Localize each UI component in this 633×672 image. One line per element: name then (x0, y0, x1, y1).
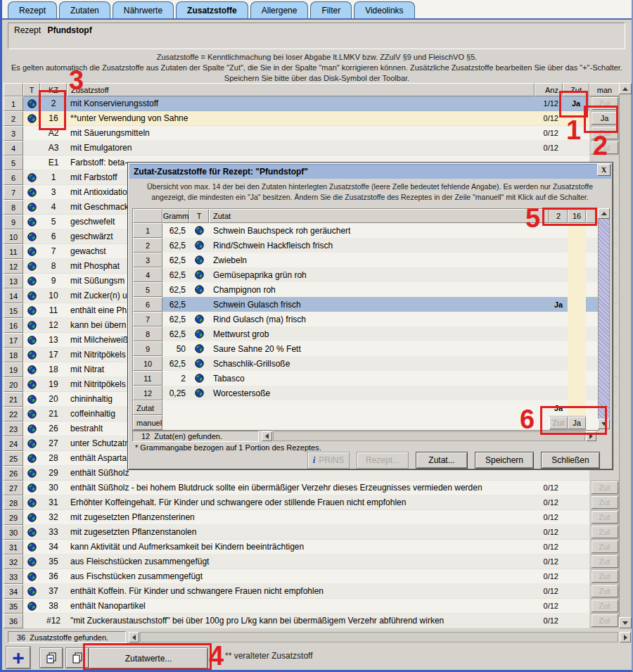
main-horizontal-scrollbar[interactable] (140, 632, 618, 642)
copy-empty-button[interactable] (66, 648, 89, 668)
dialog-table-row[interactable]: 462,5Gemüsepaprika grün roh (133, 267, 599, 282)
main-header-kz[interactable]: KZ (40, 83, 67, 96)
zut-cell (563, 554, 589, 569)
man-toggle-button[interactable]: Zut (592, 614, 618, 627)
dialog-hscroll-left-button[interactable] (262, 431, 272, 441)
table-row[interactable]: 3336aus Fischstücken zusammengefügt0/12Z… (4, 569, 620, 584)
man-toggle-button[interactable]: Zut (592, 127, 618, 139)
table-row[interactable]: 3538enthält Nanopartikel0/12Zut (4, 599, 620, 614)
dialog-header-16[interactable]: 16 (568, 209, 586, 223)
manuell-toggle-16-button[interactable]: Ja (568, 417, 586, 429)
anz-cell: 0/12 (535, 614, 563, 628)
main-header-num[interactable] (4, 83, 23, 96)
t-cell (23, 569, 40, 584)
zutatwerte-button[interactable]: Zutatwerte... (89, 648, 207, 668)
dialog-table-row[interactable]: 262,5Rind/Schwein Hackfleisch frisch (133, 238, 599, 253)
main-header-t[interactable]: T (23, 83, 40, 96)
anz-cell: 0/12 (535, 481, 563, 495)
dialog-table-row[interactable]: 762,5Rind Gulasch (ma) frisch (133, 312, 599, 327)
man-toggle-button[interactable]: Zut (592, 526, 618, 538)
tab-zusatzstoffe[interactable]: Zusatzstoffe (176, 1, 248, 19)
dialog-table: GrammTZutat216162,5Schwein Bauchspeck ro… (132, 208, 599, 431)
table-row[interactable]: 3A2mit Säuerungsmitteln0/12Zut (4, 126, 620, 141)
tab-rezept[interactable]: Rezept (8, 1, 57, 19)
man-toggle-button[interactable]: Zut (592, 600, 618, 612)
scroll-down-button[interactable] (619, 617, 632, 628)
add-zusatzstoff-button[interactable]: + (6, 647, 30, 668)
dialog-header-fill[interactable] (586, 209, 599, 223)
dialog-scroll-down-button[interactable] (598, 419, 610, 429)
dialog-table-row[interactable]: 950Saure Sahne 20 % Fett (133, 341, 599, 356)
main-header-anz[interactable]: Anz (535, 83, 563, 96)
table-row[interactable]: 2831Erhöhter Koffeingehalt. Für Kinder u… (4, 495, 620, 510)
man-toggle-button[interactable]: Zut (592, 97, 618, 110)
close-icon[interactable]: X (597, 164, 610, 176)
man-toggle-button[interactable]: Zut (592, 496, 618, 509)
table-row[interactable]: 4A3mit Emulgatoren0/12Zut (4, 141, 620, 156)
globe-icon (27, 380, 37, 389)
hscroll-right-button[interactable] (620, 632, 631, 642)
table-row[interactable]: 2730enthält Süßholz - bei hohem Blutdruc… (4, 481, 620, 495)
dialog-title-bar[interactable]: Zutat-Zusatzstoffe für Rezept: "Pfundsto… (129, 164, 611, 179)
main-vertical-scrollbar[interactable] (619, 83, 632, 628)
zutat-button[interactable]: Zutat... (416, 452, 468, 469)
dialog-table-row[interactable]: 1062,5Schaschlik-Grillsoße (133, 356, 599, 371)
dialog-horizontal-scrollbar[interactable] (273, 431, 585, 441)
table-row[interactable]: 12mit Konservierungsstoff1/12JaZut (4, 96, 620, 111)
man-toggle-button[interactable]: Zut (592, 555, 618, 568)
manuell-toggle-2-button[interactable]: Zut (549, 417, 568, 429)
tab-videolinks[interactable]: Videolinks (354, 1, 414, 19)
table-row[interactable]: 216**unter Verwendung von Sahne0/12Ja (4, 111, 620, 126)
table-row[interactable]: 3437enthält Koffein. Für Kinder und schw… (4, 584, 620, 599)
tab-filter[interactable]: Filter (310, 1, 352, 19)
man-toggle-button[interactable]: Zut (592, 570, 618, 583)
scroll-up-button[interactable] (619, 83, 632, 94)
dialog-header-zutat[interactable]: Zutat (209, 209, 549, 223)
speichern-button[interactable]: Speichern (475, 452, 534, 469)
copy-filled-button[interactable] (40, 648, 63, 668)
dialog-table-row[interactable]: 120,25Worcestersoße (133, 386, 599, 400)
dialog-header-2[interactable]: 2 (549, 209, 568, 223)
dialog-table-row[interactable]: 162,5Schwein Bauchspeck roh geräuchert (133, 223, 599, 238)
dialog-header-gramm[interactable]: Gramm (162, 209, 189, 223)
row-number: 30 (4, 525, 23, 540)
dialog-header-num[interactable] (133, 209, 162, 223)
man-toggle-button[interactable]: Zut (592, 481, 618, 494)
row-number: 11 (133, 371, 162, 386)
dialog-hscroll-right-button[interactable] (586, 431, 596, 441)
main-header-zut[interactable]: Zut (563, 83, 589, 96)
t-cell (23, 126, 40, 141)
dialog-table-row[interactable]: 112Tabasco (133, 371, 599, 386)
row-number: 13 (4, 274, 23, 289)
schließen-button[interactable]: Schließen (541, 452, 600, 469)
man-toggle-button[interactable]: Zut (592, 540, 618, 553)
man-toggle-button[interactable]: Zut (592, 585, 618, 597)
tab-nhrwerte[interactable]: Nährwerte (113, 1, 174, 19)
dialog-table-row[interactable]: 362,5Zwiebeln (133, 253, 599, 267)
dialog-table-row[interactable]: 662,5Schwein Gulasch frischJa (133, 297, 599, 312)
tab-allergene[interactable]: Allergene (250, 1, 309, 19)
table-row[interactable]: 3235aus Fleischstücken zusammengefügt0/1… (4, 554, 620, 569)
col2-cell (549, 312, 568, 327)
hscroll-left-button[interactable] (129, 632, 139, 642)
man-toggle-button[interactable]: Zut (592, 511, 618, 524)
dialog-scroll-up-button[interactable] (598, 208, 610, 219)
t-cell (23, 421, 40, 436)
dialog-table-row[interactable]: 562,5Champignon roh (133, 282, 599, 297)
dialog-header-t[interactable]: T (189, 209, 209, 223)
zutat-cell: Zwiebeln (209, 253, 549, 267)
table-row[interactable]: 2932mit zugesetzten Pflanzensterinen0/12… (4, 510, 620, 525)
main-header-man[interactable]: man (589, 83, 620, 96)
table-row[interactable]: 36#12"mit Zuckeraustauschstoff" bei über… (4, 614, 620, 628)
dialog-table-row[interactable]: 862,5Mettwurst grob (133, 327, 599, 341)
gramm-cell: 0,25 (162, 386, 189, 400)
man-toggle-button[interactable]: Zut (592, 141, 618, 154)
main-header-zusatzstoff[interactable]: Zusatzstoff (67, 83, 535, 96)
tab-zutaten[interactable]: Zutaten (59, 1, 110, 19)
man-toggle-button[interactable]: Ja (592, 112, 618, 125)
app-window: RezeptZutatenNährwerteZusatzstoffeAllerg… (0, 0, 633, 672)
table-row[interactable]: 3134kann Aktivität und Aufmerksamkeit be… (4, 540, 620, 554)
dialog-vertical-scrollbar[interactable] (598, 208, 610, 429)
table-row[interactable]: 3033mit zugesetzten Pflanzenstanolen0/12… (4, 525, 620, 540)
gramm-cell: 2 (162, 371, 189, 386)
